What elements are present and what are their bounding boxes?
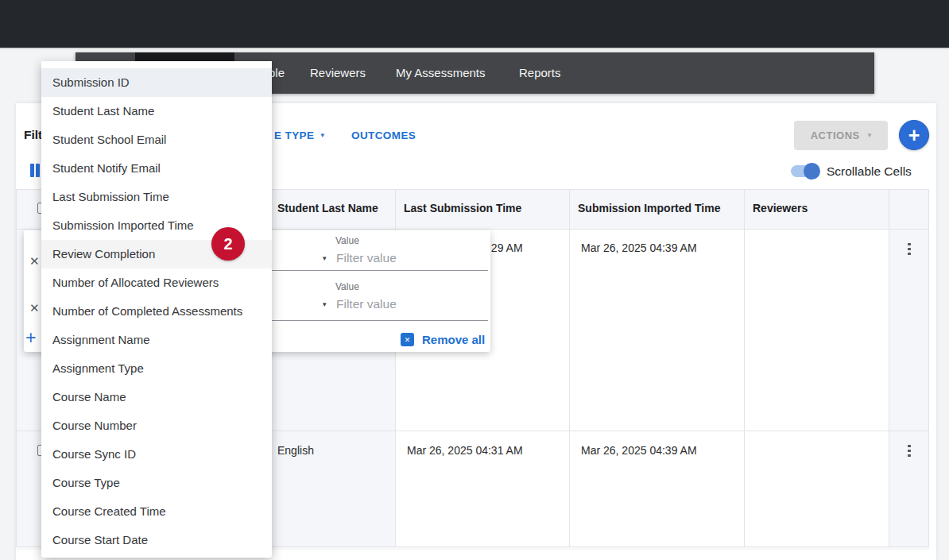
scrollable-cells-label: Scrollable Cells (827, 164, 912, 179)
remove-all-icon[interactable]: ✕ (401, 333, 414, 346)
remove-all-button[interactable]: Remove all (422, 333, 485, 346)
filter-value-input[interactable]: Filter value (336, 251, 397, 265)
column-divider (889, 189, 889, 547)
column-filter-dropdown: Submission ID Student Last Name Student … (41, 61, 272, 558)
chevron-down-icon: ▾ (868, 132, 872, 139)
remove-filter-icon[interactable]: ✕ (29, 302, 40, 314)
plus-icon: + (908, 124, 920, 147)
add-filter-icon[interactable]: + (25, 329, 36, 347)
tab-reviewers[interactable]: Reviewers (310, 52, 366, 94)
app-header (0, 0, 949, 48)
column-divider (744, 189, 745, 547)
tab-my-assessments[interactable]: My Assessments (396, 52, 486, 94)
column-header-student-last-name[interactable]: Student Last Name (277, 202, 378, 214)
actions-button-label: ACTIONS (811, 129, 860, 141)
menu-item-course-type[interactable]: Course Type (41, 469, 272, 497)
menu-item-course-start-date[interactable]: Course Start Date (41, 526, 272, 554)
chevron-down-icon: ▾ (320, 132, 324, 139)
table-left-border (16, 189, 17, 547)
cell-submission-imported-time: Mar 26, 2025 04:39 AM (581, 444, 697, 457)
filter-type-button[interactable]: E TYPE ▾ (274, 129, 324, 141)
scrollable-cells-toggle-knob[interactable] (804, 163, 820, 180)
menu-item-student-last-name[interactable]: Student Last Name (41, 97, 272, 126)
cell-submission-imported-time: Mar 26, 2025 04:39 AM (581, 241, 697, 254)
close-icon: ✕ (405, 336, 411, 344)
cell-student-last-name: English (277, 444, 314, 457)
table-right-border (928, 189, 929, 547)
menu-item-course-name[interactable]: Course Name (41, 383, 272, 411)
menu-item-last-submission-time[interactable]: Last Submission Time (41, 183, 272, 211)
count-badge: 2 (211, 227, 245, 261)
menu-item-submission-id[interactable]: Submission ID (41, 68, 272, 97)
menu-item-number-of-allocated-reviewers[interactable]: Number of Allocated Reviewers (41, 268, 272, 297)
column-header-submission-imported-time[interactable]: Submission Imported Time (578, 202, 720, 214)
menu-item-student-notify-email[interactable]: Student Notify Email (41, 154, 272, 183)
value-field-label: Value (335, 235, 359, 246)
filters-heading: Filt (24, 128, 42, 142)
menu-item-assignment-name[interactable]: Assignment Name (41, 326, 272, 354)
menu-item-course-created-time[interactable]: Course Created Time (41, 497, 272, 526)
tab-reports[interactable]: Reports (519, 52, 561, 94)
menu-item-number-of-completed-assessments[interactable]: Number of Completed Assessments (41, 297, 272, 326)
add-button[interactable]: + (899, 120, 929, 150)
actions-column-tint (889, 230, 928, 546)
column-header-last-submission-time[interactable]: Last Submission Time (404, 202, 521, 214)
filter-value-input[interactable]: Filter value (336, 297, 397, 311)
row-actions-kebab-icon[interactable] (905, 243, 913, 256)
menu-item-course-number[interactable]: Course Number (41, 411, 272, 440)
remove-filter-icon[interactable]: ✕ (29, 255, 40, 267)
menu-item-assignment-type[interactable]: Assignment Type (41, 354, 272, 383)
chevron-down-icon[interactable]: ▾ (323, 254, 327, 262)
row-actions-kebab-icon[interactable] (905, 445, 913, 458)
value-field-label: Value (335, 281, 359, 292)
cell-last-submission-time: Mar 26, 2025 04:31 AM (407, 444, 523, 457)
menu-item-course-sync-id[interactable]: Course Sync ID (41, 440, 272, 469)
filter-type-button-label: E TYPE (274, 129, 314, 141)
chevron-down-icon[interactable]: ▾ (323, 300, 327, 308)
outcomes-button[interactable]: OUTCOMES (351, 129, 416, 141)
column-divider (569, 189, 570, 547)
outcomes-button-label: OUTCOMES (351, 129, 416, 141)
menu-item-student-school-email[interactable]: Student School Email (41, 126, 272, 154)
actions-button[interactable]: ACTIONS ▾ (794, 121, 888, 150)
column-header-reviewers[interactable]: Reviewers (753, 202, 808, 214)
